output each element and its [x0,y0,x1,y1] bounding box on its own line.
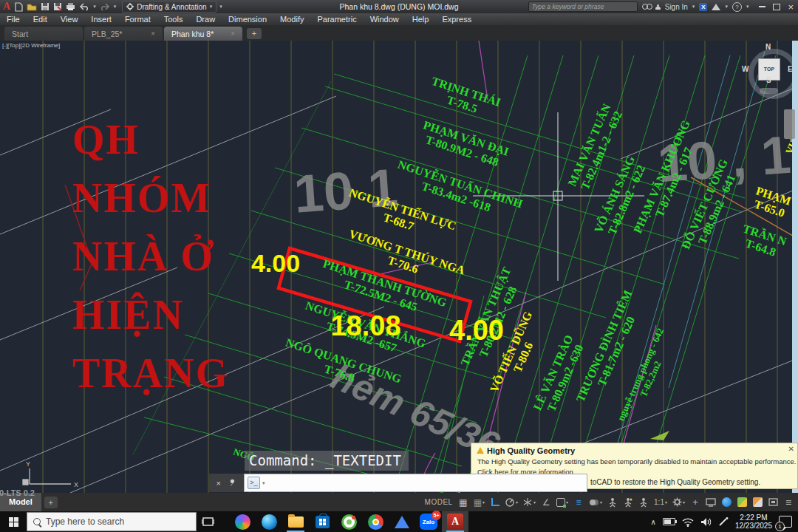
menu-item-edit[interactable]: Edit [27,13,54,25]
autocad-logo-icon[interactable]: A [0,0,15,13]
file-tab-close-icon[interactable]: × [151,30,155,38]
menu-item-window[interactable]: Window [364,13,406,25]
tray-app-icon-2[interactable] [752,496,763,509]
dynamic-input-icon[interactable]: ▾ [556,496,568,509]
settings-gear-icon[interactable]: ▾ [672,496,685,509]
layout-tab[interactable]: A0-1-2000-LTS 0.2 [0,484,44,502]
viewcube-south[interactable]: S [766,76,771,84]
hardware-tray-icon[interactable] [706,496,716,509]
menu-item-draw[interactable]: Draw [189,13,222,25]
file-tab-close-icon[interactable]: × [231,30,235,38]
save-icon[interactable] [41,2,50,11]
viewcube-home-pill[interactable] [760,88,778,94]
vertical-scrollbar-thumb[interactable] [784,109,795,139]
taskbar-search-input[interactable]: Type here to search [27,512,197,531]
menu-item-help[interactable]: Help [406,13,436,25]
annotation-scale-icon[interactable] [638,496,649,509]
menu-item-tools[interactable]: Tools [157,13,190,25]
grid-icon[interactable]: ▦ [458,496,468,509]
lineweight-icon[interactable]: ≡ [573,496,584,509]
minimize-button[interactable] [759,6,765,7]
restore-button[interactable] [773,4,780,10]
workspace-switcher[interactable]: Drafting & Annotation ▾ [122,1,216,13]
annotation-visibility-icon[interactable] [607,496,618,509]
menu-item-view[interactable]: View [54,13,85,25]
transparency-icon[interactable]: ▾ [589,496,602,509]
taskbar-app-explorer[interactable] [282,511,309,532]
menu-item-file[interactable]: File [0,13,27,25]
command-recent-dropdown-icon[interactable]: ▾ [262,480,265,486]
pen-icon[interactable] [718,517,729,527]
menu-item-modify[interactable]: Modify [273,13,310,25]
polar-tracking-icon[interactable]: ▾ [505,496,518,509]
command-tools-icon[interactable] [228,479,236,488]
taskbar-app-drive[interactable] [389,511,415,532]
help-icon[interactable]: ? [732,2,742,12]
vertical-scrollbar-track[interactable] [792,41,798,493]
new-file-tab-button[interactable]: + [247,28,262,39]
model-space-toggle[interactable]: MODEL [425,496,453,509]
viewcube-north[interactable]: N [765,43,771,51]
menu-item-dimension[interactable]: Dimension [222,13,273,25]
command-bar-grip[interactable]: × [209,474,244,492]
redo-dropdown-icon[interactable]: ▾ [114,4,117,10]
viewcube-west[interactable]: W [742,65,748,73]
redo-icon[interactable] [100,2,110,11]
undo-dropdown-icon[interactable]: ▾ [93,4,96,10]
battery-icon[interactable] [663,518,675,525]
open-file-icon[interactable] [27,2,37,11]
wifi-icon[interactable] [682,517,694,527]
help-dropdown-icon[interactable]: ▾ [746,4,749,10]
task-view-button[interactable] [197,511,219,532]
speaker-icon[interactable] [700,517,712,527]
tray-app-icon-1[interactable] [737,496,747,509]
object-snap-tracking-icon[interactable]: ∠ [541,496,551,509]
new-file-icon[interactable] [15,2,23,12]
isodraft-icon[interactable]: ▾ [523,496,536,509]
taskbar-app-store[interactable] [309,511,335,532]
help-search-input[interactable]: Type a keyword or phrase [528,1,638,12]
snap-icon[interactable]: ▦▾ [474,496,485,509]
taskbar-app-coccoc[interactable] [335,511,362,532]
sign-in-dropdown-icon[interactable]: ▾ [692,4,695,10]
notification-center-icon[interactable]: 1 [779,516,792,528]
clean-screen-icon[interactable] [768,496,778,509]
sign-in-link[interactable]: Sign In [665,3,688,11]
file-tab-plb-25-[interactable]: PLB_25*× [84,27,163,41]
start-button[interactable] [0,511,27,532]
file-tab-phan-khu-8-[interactable]: Phan khu 8*× [164,27,242,41]
command-input-bar[interactable]: >_ ▾ [244,474,587,492]
taskbar-app-copilot[interactable] [229,511,256,532]
taskbar-app-zalo[interactable]: Zalo5+ [415,511,442,532]
undo-icon[interactable] [79,2,89,11]
command-prompt-icon[interactable]: >_ [248,477,260,489]
ortho-icon[interactable] [490,496,500,509]
taskbar-app-autocad[interactable]: A [442,511,468,532]
scale-value[interactable]: 1:1▾ [654,496,667,509]
qat-customize-icon[interactable]: ▾ [219,4,222,10]
command-close-icon[interactable]: × [216,479,221,488]
taskbar-app-chrome[interactable] [362,511,389,532]
popup-close-icon[interactable]: ✕ [788,445,794,453]
taskbar-app-edge[interactable] [256,511,282,532]
graphics-performance-icon[interactable] [721,496,732,509]
file-tab-start[interactable]: Start [4,27,83,41]
viewport-controls-label[interactable]: [-][Top][2D Wireframe] [2,42,60,49]
customize-icon[interactable]: ≡ [783,496,794,509]
plot-icon[interactable] [66,2,75,11]
autoscale-icon[interactable] [623,496,633,509]
menu-item-format[interactable]: Format [118,13,157,25]
exchange-apps-icon[interactable]: X [699,3,707,11]
menu-item-parametric[interactable]: Parametric [310,13,363,25]
menu-item-express[interactable]: Express [435,13,478,25]
menu-item-insert[interactable]: Insert [84,13,118,25]
a360-icon[interactable] [712,4,720,10]
a360-dropdown-icon[interactable]: ▾ [725,4,728,10]
close-button[interactable]: × [788,2,794,12]
search-binoculars-icon[interactable] [642,4,651,10]
isolate-objects-icon[interactable]: + [690,496,700,509]
tray-expand-icon[interactable]: ∧ [651,518,656,526]
clock[interactable]: 2:22 PM12/23/2025 [735,514,772,531]
save-as-icon[interactable] [53,2,62,11]
add-layout-button[interactable]: + [44,497,58,508]
